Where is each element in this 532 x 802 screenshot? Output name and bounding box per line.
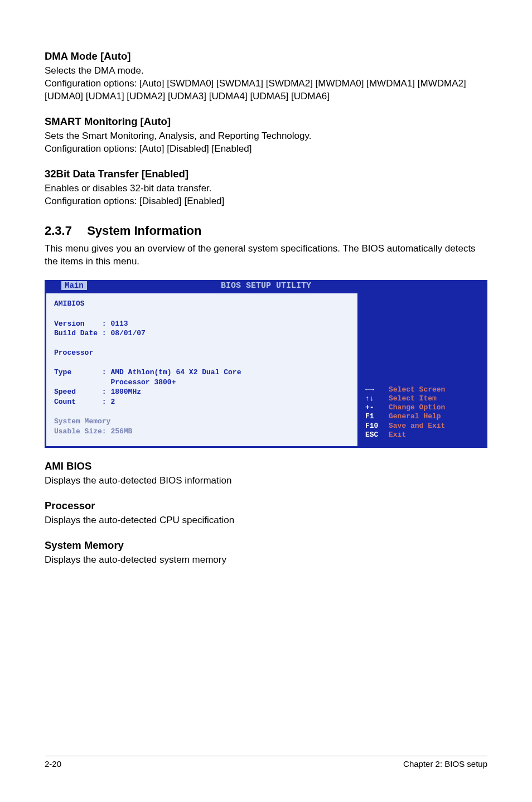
bios-left-dim-text: System Memory Usable Size: 256MB: [54, 417, 132, 436]
bios-body: AMIBIOS Version : 0113 Build Date : 08/0…: [45, 292, 487, 448]
bios-left-panel: AMIBIOS Version : 0113 Build Date : 08/0…: [46, 293, 357, 446]
smart-line1: Sets the Smart Monitoring, Analysis, and…: [45, 131, 311, 141]
bit32-heading: 32Bit Data Transfer [Enabled]: [45, 168, 487, 180]
sysinfo-number: 2.3.7: [45, 224, 84, 238]
dma-line1: Selects the DMA mode.: [45, 65, 144, 76]
ami-bios-section: AMI BIOS Displays the auto-detected BIOS…: [45, 460, 487, 487]
help-key-esc: ESC: [365, 431, 381, 439]
bios-left-text: AMIBIOS Version : 0113 Build Date : 08/0…: [54, 299, 241, 405]
sysmem-text: Displays the auto-detected system memory: [45, 554, 487, 567]
dma-mode-section: DMA Mode [Auto] Selects the DMA mode. Co…: [45, 50, 487, 103]
help-row: F1General Help: [365, 412, 445, 421]
smart-monitoring-section: SMART Monitoring [Auto] Sets the Smart M…: [45, 115, 487, 156]
processor-section: Processor Displays the auto-detected CPU…: [45, 500, 487, 527]
help-txt-select-item: Select Item: [389, 394, 437, 403]
bios-screenshot: BIOS SETUP UTILITY Main AMIBIOS Version …: [45, 280, 487, 448]
bit32-body: Enables or disables 32-bit data transfer…: [45, 182, 487, 208]
amibios-heading: AMI BIOS: [45, 460, 487, 472]
help-txt-change-option: Change Option: [389, 403, 445, 412]
processor-text: Displays the auto-detected CPU specifica…: [45, 514, 487, 527]
bit32-section: 32Bit Data Transfer [Enabled] Enables or…: [45, 168, 487, 208]
dma-heading: DMA Mode [Auto]: [45, 50, 487, 62]
system-information-section: 2.3.7 System Information This menu gives…: [45, 224, 487, 268]
amibios-text: Displays the auto-detected BIOS informat…: [45, 475, 487, 487]
footer-page-number: 2-20: [45, 759, 61, 769]
help-txt-general-help: General Help: [389, 412, 441, 421]
help-row: +-Change Option: [365, 403, 445, 412]
bit32-line1: Enables or disables 32-bit data transfer…: [45, 183, 212, 194]
sysmem-heading: System Memory: [45, 539, 487, 552]
smart-body: Sets the Smart Monitoring, Analysis, and…: [45, 130, 487, 156]
help-row: ←→Select Screen: [365, 385, 445, 394]
smart-heading: SMART Monitoring [Auto]: [45, 115, 487, 128]
help-row: ESCExit: [365, 431, 445, 439]
help-row: ↑↓Select Item: [365, 394, 445, 403]
page-footer: 2-20 Chapter 2: BIOS setup: [45, 756, 487, 769]
dma-line2: Configuration options: [Auto] [SWDMA0] […: [45, 78, 466, 102]
footer-chapter: Chapter 2: BIOS setup: [403, 759, 487, 769]
help-txt-exit: Exit: [389, 431, 406, 439]
help-txt-select-screen: Select Screen: [389, 385, 445, 394]
bios-right-panel: ←→Select Screen ↑↓Select Item +-Change O…: [357, 293, 486, 446]
help-key-f10: F10: [365, 422, 381, 431]
help-key-arrows-ud: ↑↓: [365, 394, 381, 403]
sysinfo-desc: This menu gives you an overview of the g…: [45, 243, 487, 268]
help-key-f1: F1: [365, 412, 381, 421]
bios-header: BIOS SETUP UTILITY Main: [45, 280, 487, 292]
bios-title: BIOS SETUP UTILITY: [221, 281, 311, 291]
smart-line2: Configuration options: [Auto] [Disabled]…: [45, 143, 252, 154]
bit32-line2: Configuration options: [Disabled] [Enabl…: [45, 196, 224, 206]
sysinfo-heading: 2.3.7 System Information: [45, 224, 487, 238]
help-key-plusminus: +-: [365, 403, 381, 412]
help-txt-save-exit: Save and Exit: [389, 422, 445, 431]
bios-tab-main: Main: [61, 281, 87, 290]
bios-help-block: ←→Select Screen ↑↓Select Item +-Change O…: [365, 385, 445, 440]
help-key-arrows-lr: ←→: [365, 385, 381, 394]
system-memory-section: System Memory Displays the auto-detected…: [45, 539, 487, 567]
sysinfo-title: System Information: [87, 224, 201, 238]
processor-heading: Processor: [45, 500, 487, 512]
dma-body: Selects the DMA mode. Configuration opti…: [45, 65, 487, 103]
help-row: F10Save and Exit: [365, 422, 445, 431]
